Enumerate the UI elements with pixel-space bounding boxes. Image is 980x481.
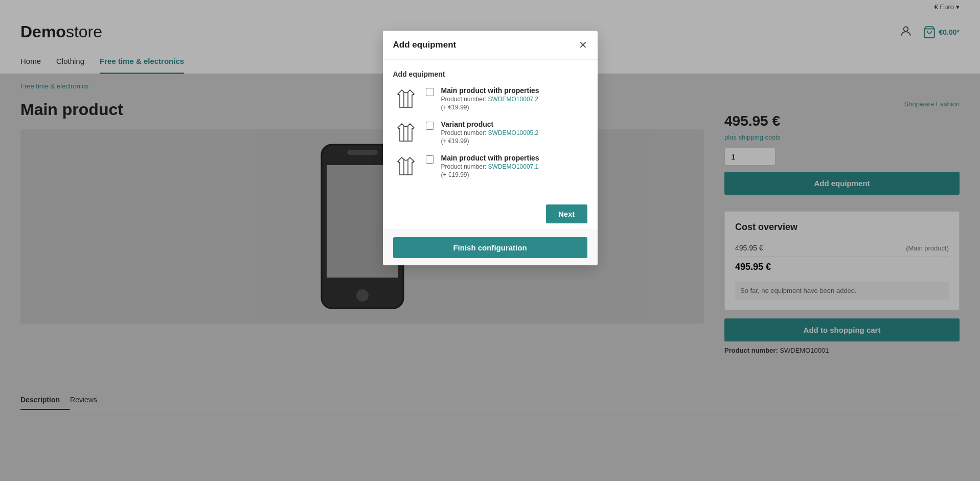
equipment-item-0: Main product with properties Product num… <box>393 86 587 112</box>
equipment-item-num-0: Product number: SWDEMO10007.2 <box>441 96 587 103</box>
modal-body-title: Add equipment <box>393 70 587 78</box>
equipment-item-image-0 <box>393 86 419 112</box>
equipment-item-price-1: (+ €19.99) <box>441 138 587 145</box>
eq0-num-value[interactable]: SWDEMO10007.2 <box>488 96 539 103</box>
modal-footer-finish: Finish configuration <box>383 230 598 265</box>
modal-body: Add equipment Main product with properti… <box>383 60 598 198</box>
equipment-checkbox-0[interactable] <box>426 88 434 96</box>
equipment-item-1: Variant product Product number: SWDEMO10… <box>393 120 587 146</box>
equipment-item-image-2 <box>393 154 419 179</box>
equipment-item-2: Main product with properties Product num… <box>393 154 587 179</box>
modal-header: Add equipment ✕ <box>383 31 598 60</box>
equipment-item-info-0: Main product with properties Product num… <box>441 86 587 111</box>
eq1-num-label: Product number: <box>441 129 487 136</box>
equipment-checkbox-1[interactable] <box>426 122 434 130</box>
equipment-item-info-1: Variant product Product number: SWDEMO10… <box>441 120 587 145</box>
equipment-item-name-1: Variant product <box>441 120 587 128</box>
equipment-item-num-2: Product number: SWDEMO10007.1 <box>441 163 587 170</box>
modal-finish-button[interactable]: Finish configuration <box>393 237 587 258</box>
eq2-num-value[interactable]: SWDEMO10007.1 <box>488 163 539 170</box>
modal-next-button[interactable]: Next <box>546 204 587 223</box>
equipment-item-image-1 <box>393 120 419 146</box>
equipment-checkbox-2[interactable] <box>426 155 434 164</box>
equipment-item-info-2: Main product with properties Product num… <box>441 154 587 178</box>
modal-footer-next: Next <box>383 198 598 230</box>
equipment-item-price-0: (+ €19.99) <box>441 104 587 111</box>
equipment-item-name-0: Main product with properties <box>441 86 587 95</box>
add-equipment-modal: Add equipment ✕ Add equipment <box>383 31 598 265</box>
eq1-num-value[interactable]: SWDEMO10005.2 <box>488 129 539 136</box>
equipment-item-price-2: (+ €19.99) <box>441 171 587 178</box>
eq2-num-label: Product number: <box>441 163 487 170</box>
equipment-item-name-2: Main product with properties <box>441 154 587 162</box>
modal-overlay: Add equipment ✕ Add equipment <box>0 0 980 481</box>
modal-close-button[interactable]: ✕ <box>579 40 587 50</box>
equipment-item-num-1: Product number: SWDEMO10005.2 <box>441 129 587 136</box>
eq0-num-label: Product number: <box>441 96 487 103</box>
modal-title: Add equipment <box>393 40 457 50</box>
